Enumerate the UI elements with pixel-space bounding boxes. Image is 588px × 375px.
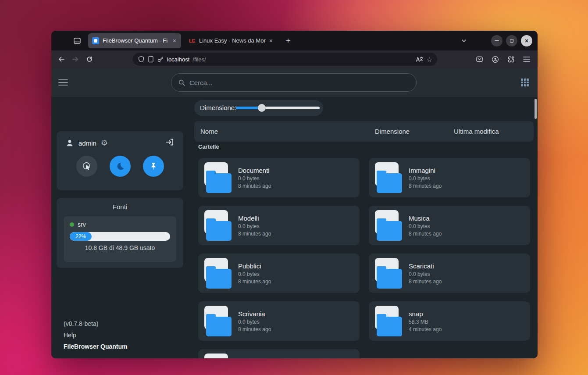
- firefox-view-icon: [73, 37, 81, 45]
- translate-icon[interactable]: [416, 56, 424, 63]
- pocket-icon: [476, 56, 483, 63]
- version-label: (v0.7.8-beta): [64, 318, 127, 329]
- bookmark-star-icon[interactable]: ☆: [427, 56, 432, 63]
- search-icon: [178, 79, 185, 86]
- folder-modified: 8 minutes ago: [409, 279, 442, 285]
- folder-size: 0.0 bytes: [409, 223, 442, 229]
- key-icon: [157, 56, 164, 63]
- tracking-shield-icon[interactable]: [138, 56, 145, 63]
- url-bar[interactable]: localhost/files/ ☆: [133, 53, 437, 66]
- folder-card[interactable]: Modelli 0.0 bytes 8 minutes ago: [198, 206, 360, 245]
- tab-strip: FileBrowser Quantum - Fi × LE Linux Easy…: [88, 33, 278, 48]
- page-info-icon[interactable]: [148, 56, 154, 63]
- column-name[interactable]: Nome: [200, 128, 375, 135]
- close-button[interactable]: ×: [521, 35, 532, 46]
- pin-sidebar-button[interactable]: [143, 156, 164, 177]
- dark-mode-toggle-button[interactable]: [110, 156, 131, 177]
- folder-modified: 8 minutes ago: [238, 231, 271, 237]
- folder-icon: [375, 305, 403, 337]
- folder-grid: Documenti 0.0 bytes 8 minutes ago Immagi…: [198, 158, 530, 358]
- folder-modified: 8 minutes ago: [409, 231, 442, 237]
- disk-usage-bar: 22%: [70, 232, 170, 241]
- forward-button[interactable]: [69, 53, 82, 66]
- status-dot: [70, 222, 74, 227]
- search-input[interactable]: [189, 79, 410, 86]
- new-tab-button[interactable]: +: [282, 35, 294, 47]
- settings-gear-icon[interactable]: ⚙: [101, 139, 108, 147]
- folder-name: Modelli: [238, 214, 271, 222]
- sidebar-toggle-button[interactable]: [58, 79, 68, 87]
- column-size[interactable]: Dimensione: [375, 128, 454, 135]
- folder-icon: [204, 353, 232, 358]
- moon-icon: [115, 161, 125, 171]
- single-click-toggle-button[interactable]: [76, 156, 97, 177]
- url-host: localhost: [167, 56, 189, 63]
- folder-name: Immagini: [409, 167, 442, 174]
- account-button[interactable]: [488, 53, 502, 66]
- size-slider-thumb[interactable]: [258, 104, 266, 112]
- tab-close-button[interactable]: ×: [268, 37, 274, 44]
- folder-card[interactable]: Documenti 0.0 bytes 8 minutes ago: [198, 158, 360, 197]
- folder-size: 0.0 bytes: [409, 271, 442, 277]
- folder-name: Documenti: [238, 167, 271, 174]
- size-slider-pill: Dimensione:: [194, 100, 323, 116]
- extensions-button[interactable]: [504, 53, 517, 66]
- username-label: admin: [78, 139, 96, 147]
- logout-button[interactable]: [165, 137, 175, 149]
- source-srv[interactable]: srv 22% 10.8 GB di 48.9 GB usato: [64, 216, 176, 262]
- folder-icon: [204, 305, 232, 337]
- brand-link[interactable]: FileBrowser Quantum: [64, 341, 127, 352]
- column-modified[interactable]: Ultima modifica: [454, 128, 527, 135]
- size-slider-label: Dimensione:: [200, 104, 236, 111]
- folder-card[interactable]: snap 58.3 MB 4 minutes ago: [369, 301, 530, 341]
- folder-card[interactable]: Scrivania 0.0 bytes 8 minutes ago: [198, 301, 360, 341]
- reload-icon: [86, 55, 93, 63]
- folder-modified: 8 minutes ago: [238, 326, 271, 332]
- search-bar[interactable]: [171, 73, 417, 92]
- folder-icon: [375, 162, 403, 193]
- scrollbar[interactable]: [535, 99, 537, 119]
- size-slider[interactable]: [236, 107, 320, 109]
- reload-button[interactable]: [83, 53, 96, 66]
- navbar-right-icons: [473, 53, 533, 66]
- folder-name: Scrivania: [238, 310, 271, 318]
- tab-filebrowser[interactable]: FileBrowser Quantum - Fi ×: [88, 33, 181, 48]
- browser-titlebar: FileBrowser Quantum - Fi × LE Linux Easy…: [51, 31, 538, 50]
- sources-title: Fonti: [57, 198, 183, 211]
- firefox-view-button[interactable]: [71, 35, 83, 46]
- folder-name: Musica: [409, 214, 442, 222]
- logout-icon: [165, 137, 175, 147]
- minimize-button[interactable]: [491, 35, 502, 46]
- tab-linux-easy[interactable]: LE Linux Easy - News da Mon ×: [185, 33, 278, 48]
- folder-card[interactable]: Scaricati 0.0 bytes 8 minutes ago: [369, 254, 530, 293]
- user-card: admin ⚙: [57, 131, 183, 190]
- folder-modified: 8 minutes ago: [409, 183, 442, 189]
- menu-button[interactable]: [520, 53, 533, 66]
- folder-name: Scaricati: [409, 262, 442, 270]
- pocket-button[interactable]: [473, 53, 486, 66]
- folder-modified: 4 minutes ago: [409, 326, 442, 332]
- folder-card[interactable]: Musica 0.0 bytes 8 minutes ago: [369, 206, 530, 245]
- help-link[interactable]: Help: [64, 329, 127, 341]
- folder-size: 0.0 bytes: [409, 175, 442, 182]
- sources-card: Fonti srv 22% 10.8 GB di 48.9 GB usato: [57, 198, 183, 268]
- folder-modified: 8 minutes ago: [238, 279, 271, 285]
- folder-size: 58.3 MB: [409, 319, 442, 325]
- folder-card-partial[interactable]: [198, 349, 360, 358]
- pin-icon: [149, 161, 158, 171]
- list-all-tabs-button[interactable]: [459, 36, 469, 46]
- forward-arrow-icon: [71, 55, 79, 63]
- grid-view-button[interactable]: [521, 79, 529, 86]
- folder-card[interactable]: Pubblici 0.0 bytes 8 minutes ago: [198, 254, 360, 293]
- folder-card[interactable]: Immagini 0.0 bytes 8 minutes ago: [369, 158, 530, 197]
- linux-easy-favicon-icon: LE: [189, 37, 196, 44]
- back-button[interactable]: [55, 53, 68, 66]
- disk-usage-text: 10.8 GB di 48.9 GB usato: [70, 244, 170, 251]
- tab-title: Linux Easy - News da Mon: [199, 37, 266, 44]
- folder-size: 0.0 bytes: [238, 223, 271, 229]
- sidebar-footer: (v0.7.8-beta) Help FileBrowser Quantum: [64, 318, 127, 352]
- cursor-click-icon: [82, 161, 92, 171]
- maximize-button[interactable]: [506, 35, 517, 46]
- tab-close-button[interactable]: ×: [172, 37, 177, 44]
- folder-icon: [204, 257, 232, 289]
